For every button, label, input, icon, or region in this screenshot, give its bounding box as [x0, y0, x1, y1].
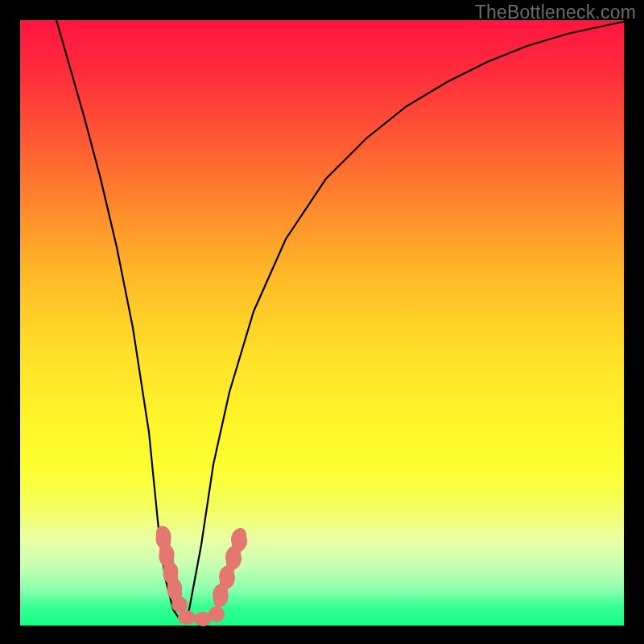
watermark-text: TheBottleneck.com	[475, 2, 636, 23]
plot-area	[20, 20, 624, 625]
outer-frame: TheBottleneck.com	[0, 0, 644, 644]
bottleneck-curve	[20, 20, 624, 625]
curve-line	[56, 20, 624, 621]
